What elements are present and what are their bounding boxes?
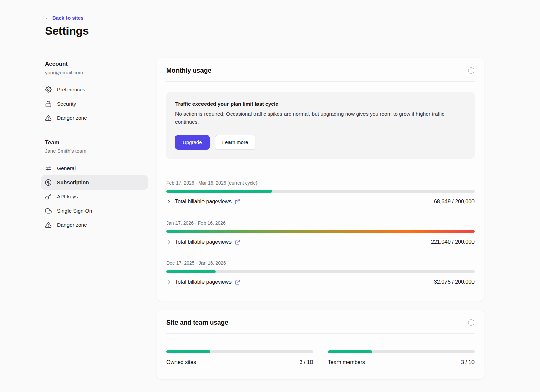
card-divider (166, 333, 475, 334)
cloud-icon (45, 207, 52, 214)
sidebar-item-label: Single Sign-On (57, 208, 92, 214)
info-icon[interactable] (468, 319, 475, 326)
usage-progress-bar (166, 270, 475, 273)
billing-cycle-older: Dec 17, 2025 - Jan 16, 2026 Total billab… (166, 260, 475, 285)
page-title: Settings (45, 24, 484, 37)
sidebar-item-subscription[interactable]: Subscription (41, 175, 148, 190)
billing-cycle-current: Feb 17, 2026 - Mar 16, 2026 (current cyc… (166, 180, 475, 205)
sidebar-item-api-keys[interactable]: API keys (41, 190, 148, 204)
pageviews-value: 32,075 / 200,000 (434, 279, 475, 285)
cycle-period: Jan 17, 2026 - Feb 16, 2026 (166, 220, 475, 226)
owned-sites-meter: Owned sites 3 / 10 (166, 346, 313, 365)
sidebar-item-danger-zone-account[interactable]: Danger zone (41, 111, 148, 125)
team-group: Team Jane Smith's team General Subscript… (45, 139, 148, 232)
sidebar-item-label: API keys (57, 194, 78, 200)
sidebar-item-general[interactable]: General (41, 161, 148, 175)
team-members-meter: Team members 3 / 10 (328, 346, 475, 365)
back-link-label: Back to sites (52, 15, 84, 21)
chevron-right-icon (166, 279, 172, 285)
dollar-refresh-icon (45, 179, 52, 186)
notice-title: Traffic exceeded your plan limit last cy… (175, 101, 466, 107)
settings-sidebar: Account your@email.com Preferences Secur… (45, 58, 148, 232)
gear-icon (45, 86, 52, 93)
external-link-icon[interactable] (235, 279, 240, 285)
team-heading: Team (45, 139, 148, 146)
pageviews-expand-row[interactable]: Total billable pageviews (166, 199, 240, 205)
team-members-progress-fill (328, 350, 372, 353)
external-link-icon[interactable] (235, 239, 240, 245)
sidebar-item-single-sign-on[interactable]: Single Sign-On (41, 204, 148, 218)
sidebar-item-label: Danger zone (57, 115, 87, 121)
sidebar-item-label: Subscription (57, 179, 89, 186)
cycle-period: Feb 17, 2026 - Mar 16, 2026 (current cyc… (166, 180, 475, 186)
cycle-period: Dec 17, 2025 - Jan 16, 2026 (166, 260, 475, 266)
pageviews-value: 221,040 / 200,000 (431, 239, 475, 245)
pageviews-label: Total billable pageviews (175, 199, 232, 205)
team-name: Jane Smith's team (45, 148, 148, 154)
learn-more-button[interactable]: Learn more (215, 135, 256, 150)
site-team-usage-title: Site and team usage (166, 319, 228, 326)
site-team-usage-card: Site and team usage Owned sites 3 / 10 (157, 310, 484, 379)
card-divider (166, 81, 475, 82)
pageviews-expand-row[interactable]: Total billable pageviews (166, 239, 240, 245)
pageviews-label: Total billable pageviews (175, 279, 232, 285)
chevron-right-icon (166, 239, 172, 245)
account-nav: Preferences Security Danger zone (45, 83, 148, 125)
team-nav: General Subscription API keys (45, 161, 148, 232)
account-heading: Account (45, 61, 148, 67)
team-members-value: 3 / 10 (461, 359, 475, 365)
notice-body: No action is required. Occasional traffi… (175, 110, 466, 126)
back-arrow-icon: ← (45, 15, 50, 21)
chevron-right-icon (166, 199, 172, 204)
lock-icon (45, 101, 52, 107)
pageviews-label: Total billable pageviews (175, 239, 232, 245)
sliders-icon (45, 165, 52, 172)
sidebar-item-label: General (57, 165, 76, 171)
warning-triangle-icon (45, 222, 52, 228)
back-to-sites-link[interactable]: ← Back to sites (45, 15, 84, 21)
billing-cycle-previous: Jan 17, 2026 - Feb 16, 2026 Total billab… (166, 220, 475, 245)
account-email: your@email.com (45, 69, 148, 75)
settings-page: ← Back to sites Settings Account your@em… (0, 0, 540, 389)
pageviews-expand-row[interactable]: Total billable pageviews (166, 279, 240, 285)
sidebar-item-label: Danger zone (57, 222, 87, 228)
sidebar-item-danger-zone-team[interactable]: Danger zone (41, 218, 148, 232)
upgrade-button[interactable]: Upgrade (175, 135, 210, 150)
owned-sites-value: 3 / 10 (299, 359, 313, 365)
sidebar-item-label: Security (57, 101, 76, 107)
team-members-label: Team members (328, 359, 365, 365)
pageviews-value: 68,649 / 200,000 (434, 199, 475, 205)
usage-progress-bar (166, 230, 475, 233)
key-icon (45, 193, 52, 200)
sidebar-item-preferences[interactable]: Preferences (41, 83, 148, 97)
team-members-progress-bar (328, 350, 475, 353)
monthly-usage-title: Monthly usage (166, 67, 211, 74)
account-group: Account your@email.com Preferences Secur… (45, 61, 148, 125)
owned-sites-progress-bar (166, 350, 313, 353)
usage-progress-fill-overlimit (166, 230, 475, 233)
usage-progress-fill (166, 190, 272, 193)
info-icon[interactable] (468, 67, 475, 74)
traffic-exceeded-notice: Traffic exceeded your plan limit last cy… (166, 92, 475, 159)
external-link-icon[interactable] (235, 199, 240, 205)
monthly-usage-card: Monthly usage Traffic exceeded your plan… (157, 58, 484, 301)
usage-progress-fill (166, 270, 216, 273)
billing-cycles: Feb 17, 2026 - Mar 16, 2026 (current cyc… (166, 180, 475, 285)
settings-main: Monthly usage Traffic exceeded your plan… (157, 58, 484, 379)
owned-sites-progress-fill (166, 350, 210, 353)
warning-triangle-icon (45, 115, 52, 121)
sidebar-item-label: Preferences (57, 87, 85, 93)
sidebar-item-security[interactable]: Security (41, 97, 148, 111)
usage-progress-bar (166, 190, 475, 193)
header-divider (45, 47, 484, 47)
owned-sites-label: Owned sites (166, 359, 196, 365)
